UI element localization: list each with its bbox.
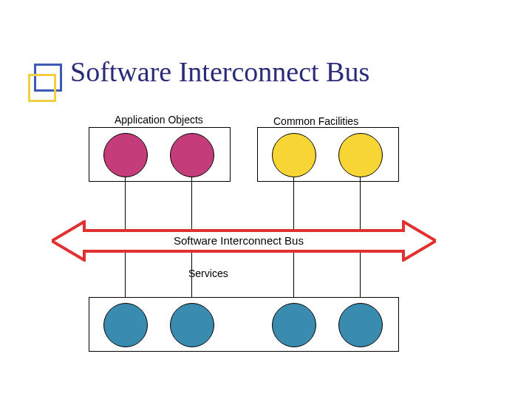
label-services: Services [188, 267, 228, 279]
circle-service [338, 303, 383, 347]
circle-service [103, 303, 148, 347]
circle-app-object [103, 133, 148, 177]
circle-app-object [170, 133, 214, 177]
circle-service [170, 303, 214, 347]
circle-common-facility [338, 133, 383, 177]
circle-service [272, 303, 316, 347]
bullet-square-yellow [28, 74, 56, 102]
label-app-objects: Application Objects [115, 114, 203, 126]
page-title: Software Interconnect Bus [70, 55, 369, 88]
label-bus: Software Interconnect Bus [174, 234, 304, 247]
diagram-canvas: { "title": "Software Interconnect Bus", … [0, 0, 532, 399]
circle-common-facility [272, 133, 316, 177]
label-common-facilities: Common Facilities [273, 115, 358, 127]
